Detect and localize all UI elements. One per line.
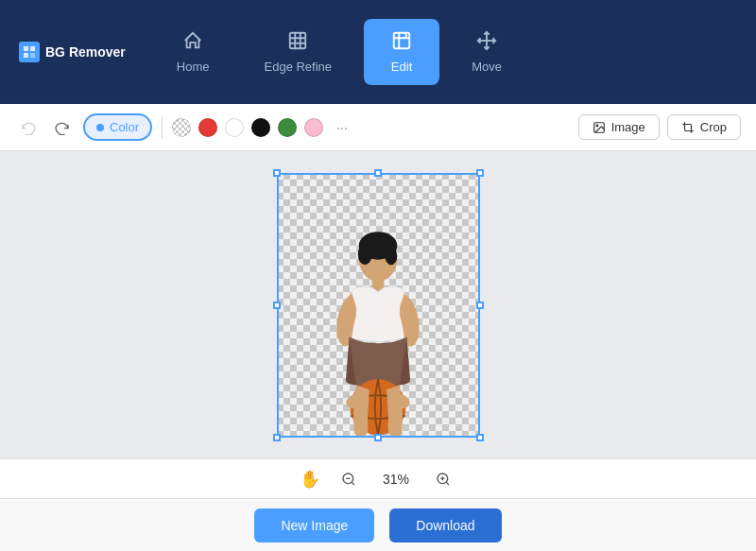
handle-bottom-right[interactable] [476,434,484,441]
header: BG Remover Home Edge Refine [0,0,756,104]
color-swatch-transparent[interactable] [172,118,191,137]
color-label: Color [110,120,139,134]
image-label: Image [611,120,645,134]
home-icon [182,30,203,54]
edge-refine-icon [287,30,308,54]
nav-item-edge-refine[interactable]: Edge Refine [242,19,355,85]
zoom-out-button[interactable] [335,466,362,492]
svg-rect-2 [24,53,28,58]
more-colors-button[interactable]: ··· [331,116,353,139]
download-button[interactable]: Download [389,508,501,542]
zoom-bar: ✋ 31% [0,458,756,498]
handle-bottom-left[interactable] [273,434,281,441]
svg-line-23 [446,482,449,485]
nav-item-home[interactable]: Home [154,19,232,85]
nav-edit-label: Edit [391,60,412,74]
color-swatch-pink[interactable] [304,118,323,137]
color-swatch-red[interactable] [198,118,217,137]
more-icon: ··· [336,120,348,135]
edit-icon [391,30,412,54]
handle-mid-left[interactable] [273,301,281,309]
canvas-border [277,173,480,438]
handle-top-left[interactable] [273,169,281,177]
bottom-bar: New Image Download [0,498,756,551]
zoom-level: 31% [377,472,415,487]
svg-rect-4 [290,33,306,49]
color-swatch-white[interactable] [225,118,244,137]
nav-edge-refine-label: Edge Refine [265,60,333,74]
color-swatch-green[interactable] [278,118,297,137]
color-button[interactable]: Color [83,113,152,141]
svg-rect-0 [24,46,28,51]
crop-label: Crop [700,120,727,134]
nav-item-move[interactable]: Move [449,19,524,85]
handle-top-right[interactable] [476,169,484,177]
svg-rect-1 [30,46,35,51]
color-swatch-black[interactable] [251,118,270,137]
app-title: BG Remover [45,44,126,60]
handle-mid-bottom[interactable] [374,434,382,441]
image-button[interactable]: Image [578,114,660,140]
new-image-button[interactable]: New Image [254,508,374,542]
app-layout: BG Remover Home Edge Refine [0,0,756,551]
toolbar: Color ··· Image Crop [0,104,756,151]
app-logo-icon [19,42,40,62]
app-logo: BG Remover [19,42,126,62]
hand-tool-icon[interactable]: ✋ [300,469,320,490]
handle-mid-right[interactable] [476,301,484,309]
nav-move-label: Move [472,60,502,74]
zoom-in-button[interactable] [430,466,456,492]
crop-button[interactable]: Crop [667,114,741,140]
color-dot [96,124,104,131]
redo-button[interactable] [49,114,76,141]
image-canvas [277,173,480,438]
undo-button[interactable] [15,114,42,141]
nav-item-edit[interactable]: Edit [364,19,439,85]
svg-line-20 [352,482,354,485]
svg-point-9 [596,125,598,127]
nav-home-label: Home [177,60,210,74]
toolbar-divider-1 [162,116,163,139]
canvas-area [0,151,756,458]
move-icon [476,30,497,54]
handle-mid-top[interactable] [374,169,382,177]
svg-rect-3 [30,53,35,58]
